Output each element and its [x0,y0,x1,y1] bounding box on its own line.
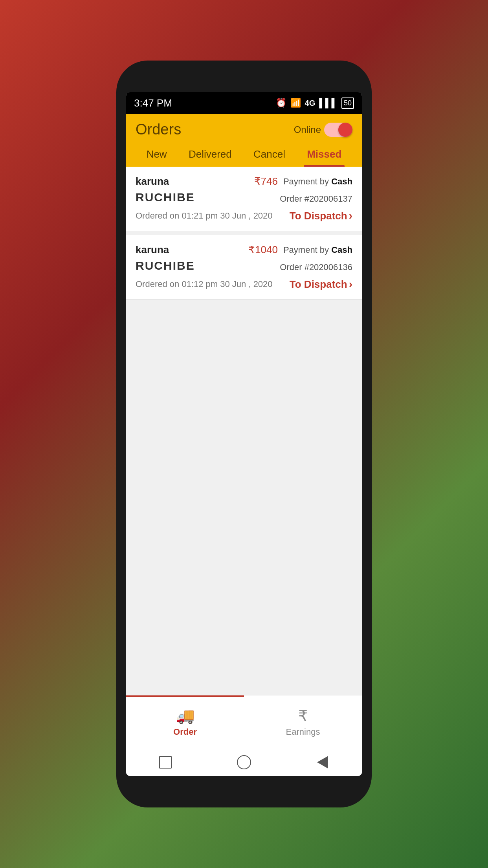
signal-4g-icon: 4G [305,99,316,108]
chevron-right-icon-2: › [349,278,352,291]
order-row-top-2: karuna ₹1040 Payment by Cash [136,244,352,256]
order-bottom-row-2: Ordered on 01:12 pm 30 Jun , 2020 To Dis… [136,278,352,291]
nav-earnings[interactable]: ₹ Earnings [244,695,362,748]
tab-missed[interactable]: Missed [304,143,345,167]
tab-cancel[interactable]: Cancel [250,143,288,167]
online-label: Online [294,124,321,135]
sim-icon: 📶 [290,98,301,108]
payment-info-1: Payment by Cash [283,177,352,187]
empty-content-area [126,303,362,500]
order-row-top-1: karuna ₹746 Payment by Cash [136,175,352,188]
header-top: Orders Online [136,121,352,138]
order-card-1[interactable]: karuna ₹746 Payment by Cash RUCHIBE Orde… [126,167,362,231]
order-meta-row-1: RUCHIBE Order #202006137 [136,191,352,207]
order-amount-2: ₹1040 [248,244,278,256]
payment-info-2: Payment by Cash [283,245,352,255]
rupee-icon: ₹ [298,707,308,725]
tab-new[interactable]: New [143,143,170,167]
triangle-back-icon [317,756,328,769]
nav-order-label: Order [173,727,197,737]
bottom-nav: 🚚 Order ₹ Earnings [126,695,362,748]
order-card-2[interactable]: karuna ₹1040 Payment by Cash RUCHIBE Ord… [126,235,362,300]
app-header: Orders Online New Delivered Cancel [126,114,362,167]
phone-nav-bar [126,748,362,776]
phone-nav-home-button[interactable] [236,754,252,770]
dispatch-button-2[interactable]: To Dispatch › [290,278,352,291]
status-icons: ⏰ 📶 4G ▌▌▌ 50 [276,97,354,109]
chevron-right-icon-1: › [349,210,352,222]
phone-nav-back-button[interactable] [315,754,330,770]
signal-bars-icon: ▌▌▌ [319,98,338,108]
online-toggle-switch[interactable] [324,123,352,137]
orders-list: karuna ₹746 Payment by Cash RUCHIBE Orde… [126,167,362,695]
tab-delivered[interactable]: Delivered [185,143,235,167]
nav-order[interactable]: 🚚 Order [126,695,244,748]
customer-name-1: karuna [136,175,169,188]
toggle-thumb [338,123,352,137]
nav-earnings-label: Earnings [286,727,320,737]
online-toggle: Online [294,123,352,137]
phone-nav-square-button[interactable] [158,754,173,770]
restaurant-name-1: RUCHIBE [136,191,195,204]
truck-icon: 🚚 [176,707,194,725]
page-title: Orders [136,121,181,138]
order-date-2: Ordered on 01:12 pm 30 Jun , 2020 [136,279,273,289]
circle-icon [237,755,251,769]
status-time: 3:47 PM [134,97,172,109]
phone-screen: 3:47 PM ⏰ 📶 4G ▌▌▌ 50 Orders Online [126,92,362,776]
order-meta-row-2: RUCHIBE Order #202006136 [136,259,352,276]
square-icon [159,756,172,769]
amount-payment-2: ₹1040 Payment by Cash [248,244,352,256]
amount-payment-1: ₹746 Payment by Cash [254,175,352,188]
battery-icon: 50 [341,97,354,109]
order-date-1: Ordered on 01:21 pm 30 Jun , 2020 [136,211,273,221]
customer-name-2: karuna [136,244,169,256]
tabs-container: New Delivered Cancel Missed [136,143,352,167]
order-number-1: Order #202006137 [280,194,352,204]
dispatch-button-1[interactable]: To Dispatch › [290,210,352,222]
order-number-2: Order #202006136 [280,262,352,272]
phone-device: 3:47 PM ⏰ 📶 4G ▌▌▌ 50 Orders Online [116,61,372,807]
alarm-icon: ⏰ [276,98,286,108]
status-bar: 3:47 PM ⏰ 📶 4G ▌▌▌ 50 [126,92,362,114]
order-amount-1: ₹746 [254,175,278,188]
restaurant-name-2: RUCHIBE [136,259,195,272]
order-bottom-row-1: Ordered on 01:21 pm 30 Jun , 2020 To Dis… [136,210,352,222]
